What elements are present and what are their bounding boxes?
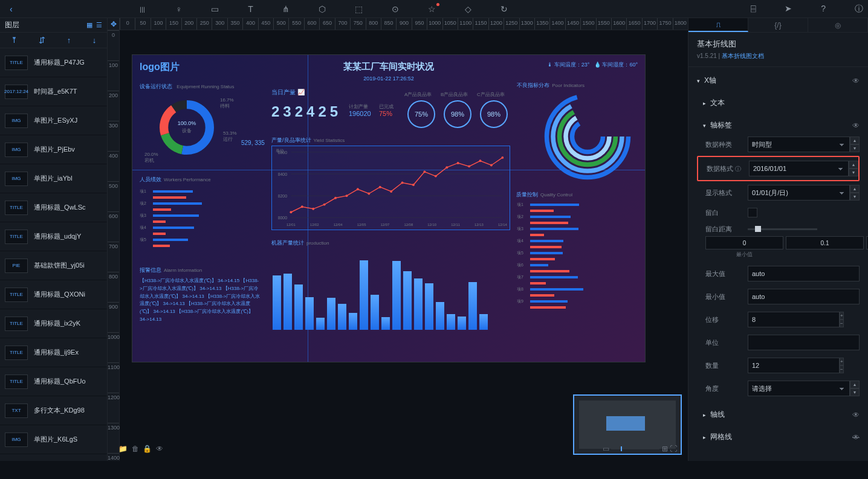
- step-up[interactable]: ▴: [850, 185, 860, 193]
- dispfmt-select[interactable]: 01/01(月/日): [748, 185, 850, 201]
- selected-line-chart[interactable]: 860084008200800012/0112/0212/0412/0512/0…: [271, 146, 510, 230]
- help-icon[interactable]: ⓘ: [735, 166, 741, 172]
- hide-icon[interactable]: 👁: [156, 445, 163, 453]
- step-down[interactable]: −: [840, 320, 844, 327]
- angle-select[interactable]: 请选择: [748, 381, 850, 396]
- unit-label: 单位: [705, 338, 748, 347]
- layer-item[interactable]: TITLE通用标题_QbFUo: [0, 367, 107, 396]
- datakind-select[interactable]: 时间型: [748, 137, 850, 152]
- zoom-out-icon[interactable]: ▭: [603, 445, 609, 453]
- datafmt-select[interactable]: 2016/01/01: [749, 161, 849, 176]
- view-grid-icon[interactable]: ▦: [86, 21, 92, 29]
- layer-item[interactable]: TITLE通用标题_udqjY: [0, 222, 107, 251]
- zoom-slider[interactable]: [611, 448, 659, 449]
- group-text[interactable]: ▸文本: [697, 95, 860, 111]
- eye-off-icon[interactable]: 👁: [852, 433, 860, 442]
- step-down[interactable]: −: [840, 365, 844, 373]
- group-ticklabel[interactable]: ▾轴标签👁: [697, 118, 860, 133]
- distribute-v-icon[interactable]: ⇵: [39, 36, 45, 45]
- step-up[interactable]: ▴: [850, 137, 860, 144]
- step-up[interactable]: +: [840, 312, 844, 320]
- group-xaxis[interactable]: ▾X轴👁: [697, 73, 860, 88]
- eye-icon[interactable]: 👁: [852, 77, 860, 85]
- prod-number: 232425: [271, 103, 342, 120]
- layers-list: TITLE通用标题_P47JG2017:12:24时间器_e5K7TIMG单图片…: [0, 48, 107, 461]
- svg-point-34: [368, 193, 370, 195]
- help-icon[interactable]: ?: [821, 4, 826, 14]
- layer-thumb: IMG: [5, 143, 28, 157]
- svg-point-38: [412, 184, 415, 186]
- unit-input[interactable]: [748, 335, 860, 350]
- svg-point-30: [323, 204, 326, 206]
- ruler-origin-icon[interactable]: ✥: [108, 18, 120, 30]
- step-up[interactable]: ▴: [849, 161, 858, 169]
- offset-input[interactable]: [748, 312, 840, 327]
- group-ticklabel-label: 轴标签: [710, 120, 732, 130]
- screen-icon[interactable]: ⌸: [751, 4, 756, 14]
- box-icon[interactable]: ⬚: [355, 4, 363, 14]
- layer-item[interactable]: TITLE通用标题_QXONi: [0, 280, 107, 309]
- layer-item[interactable]: IMG单图片_ESyXJ: [0, 106, 107, 135]
- step-down[interactable]: ▾: [850, 144, 860, 152]
- group-axisline[interactable]: ▸轴线👁: [697, 407, 860, 422]
- scatter-icon[interactable]: ⋔: [282, 4, 290, 14]
- svg-point-31: [334, 197, 337, 199]
- eye-icon[interactable]: 👁: [852, 411, 860, 419]
- tab-data[interactable]: {/}: [748, 18, 808, 32]
- send-icon[interactable]: ➤: [785, 4, 792, 14]
- count-input[interactable]: [748, 358, 840, 373]
- info-icon[interactable]: ⓘ: [855, 4, 863, 14]
- fit-icon[interactable]: ⊞: [662, 445, 668, 453]
- chart-icon[interactable]: ⫼: [138, 4, 147, 14]
- group-text-label: 文本: [710, 98, 725, 108]
- bulb-icon[interactable]: ♀: [176, 4, 183, 14]
- tab-style[interactable]: ⎍: [688, 18, 748, 32]
- star-icon[interactable]: ☆: [428, 4, 436, 14]
- paddist-slider[interactable]: [748, 228, 817, 230]
- layer-item[interactable]: TITLE通用标题_QwLSc: [0, 193, 107, 222]
- layer-item[interactable]: IMG单图片_K6LgS: [0, 425, 107, 454]
- text-icon[interactable]: T: [248, 4, 253, 14]
- lock-icon[interactable]: 🔒: [143, 445, 152, 453]
- step-up[interactable]: +: [840, 358, 844, 365]
- svg-point-5: [553, 102, 622, 171]
- eye-icon[interactable]: 👁: [852, 121, 860, 130]
- step-down[interactable]: ▾: [850, 193, 860, 201]
- play-icon[interactable]: ▭: [211, 4, 219, 14]
- align-down-icon[interactable]: ↓: [92, 36, 97, 45]
- refresh-icon[interactable]: ↻: [500, 4, 508, 14]
- cube3d-icon[interactable]: ⬡: [319, 4, 326, 14]
- step-up[interactable]: ▴: [850, 381, 860, 388]
- more-icon[interactable]: ⊙: [392, 4, 399, 14]
- diamond-icon[interactable]: ◇: [465, 4, 471, 14]
- min-input[interactable]: [748, 289, 860, 304]
- layer-item[interactable]: PIE基础款饼图_yj05i: [0, 251, 107, 280]
- doc-link[interactable]: 基本折线图文档: [722, 53, 764, 59]
- canvas[interactable]: ✥ 05010015020025030035040045050055060065…: [108, 18, 688, 461]
- stage[interactable]: logo图片 某某工厂车间实时状况 2019-01-22 17:26:52 🌡 …: [132, 54, 646, 362]
- layer-label: 通用标题_QXONi: [34, 290, 85, 299]
- view-list-icon[interactable]: ☰: [96, 21, 102, 29]
- tab-interact[interactable]: ◎: [808, 18, 868, 32]
- folder-icon[interactable]: 📁: [118, 445, 128, 453]
- back-button[interactable]: ‹: [5, 4, 18, 14]
- align-top-icon[interactable]: ⤒: [11, 36, 18, 45]
- layer-item[interactable]: 2017:12:24时间器_e5K7T: [0, 77, 107, 106]
- layer-item[interactable]: TITLE通用标题_ix2yK: [0, 309, 107, 338]
- layer-item[interactable]: TITLE通用标题_ij9Ex: [0, 338, 107, 367]
- layer-item[interactable]: TITLE通用标题_P47JG: [0, 48, 107, 77]
- padding-checkbox[interactable]: [748, 208, 757, 217]
- align-up-icon[interactable]: ↑: [67, 36, 71, 45]
- step-down[interactable]: ▾: [849, 169, 858, 176]
- expand-icon[interactable]: ⛶: [670, 445, 677, 453]
- step-down[interactable]: ▾: [850, 388, 860, 396]
- layer-item[interactable]: IMG单图片_iaYbl: [0, 164, 107, 193]
- layer-item[interactable]: IMG单图片_PjEbv: [0, 135, 107, 164]
- trash-icon[interactable]: 🗑: [132, 445, 139, 453]
- section-status: 设备运行状态 Equipment Running Status: [140, 82, 235, 91]
- paddist-mid-input[interactable]: [786, 236, 864, 249]
- max-input[interactable]: [748, 266, 860, 281]
- paddist-min-input[interactable]: [705, 236, 783, 249]
- layer-item[interactable]: TXT多行文本_KDg98: [0, 396, 107, 425]
- group-grid[interactable]: ▸网格线👁: [697, 429, 860, 445]
